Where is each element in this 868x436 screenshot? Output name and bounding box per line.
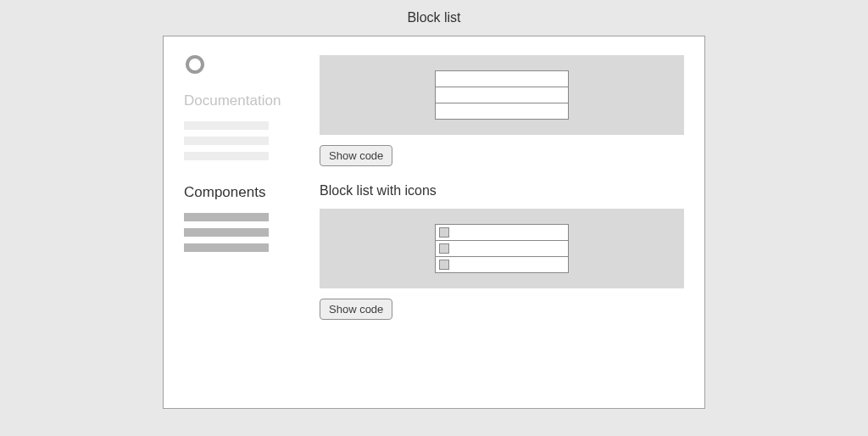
list-item[interactable]	[435, 70, 569, 87]
preview-list	[435, 224, 569, 273]
square-icon	[439, 243, 449, 254]
square-icon	[439, 260, 449, 270]
show-code-button[interactable]: Show code	[320, 299, 392, 320]
page-title: Block list	[0, 0, 868, 36]
sidebar-item-placeholder[interactable]	[184, 137, 269, 145]
square-icon	[439, 227, 449, 238]
sidebar-section-components[interactable]: Components	[184, 184, 303, 201]
sidebar-item-placeholder[interactable]	[184, 213, 269, 221]
logo-icon	[186, 55, 204, 74]
list-item[interactable]	[435, 103, 569, 120]
sidebar-section-documentation[interactable]: Documentation	[184, 92, 303, 109]
list-item[interactable]	[435, 256, 569, 273]
sidebar-item-placeholder[interactable]	[184, 243, 269, 252]
sidebar-item-placeholder[interactable]	[184, 121, 269, 130]
sidebar-components-items	[184, 213, 303, 252]
preview-block-icons	[320, 209, 684, 288]
sidebar-item-placeholder[interactable]	[184, 228, 269, 237]
preview-block-basic	[320, 55, 684, 135]
sidebar: Documentation Components	[184, 55, 320, 389]
example-heading: Block list with icons	[320, 183, 684, 198]
window-frame: Documentation Components Show code Block	[163, 36, 705, 409]
list-item[interactable]	[435, 87, 569, 103]
list-item[interactable]	[435, 224, 569, 241]
main-content: Show code Block list with icons Show cod…	[320, 55, 684, 389]
preview-list	[435, 70, 569, 120]
show-code-button[interactable]: Show code	[320, 145, 392, 166]
sidebar-item-placeholder[interactable]	[184, 152, 269, 160]
list-item[interactable]	[435, 240, 569, 257]
sidebar-doc-items	[184, 121, 303, 160]
